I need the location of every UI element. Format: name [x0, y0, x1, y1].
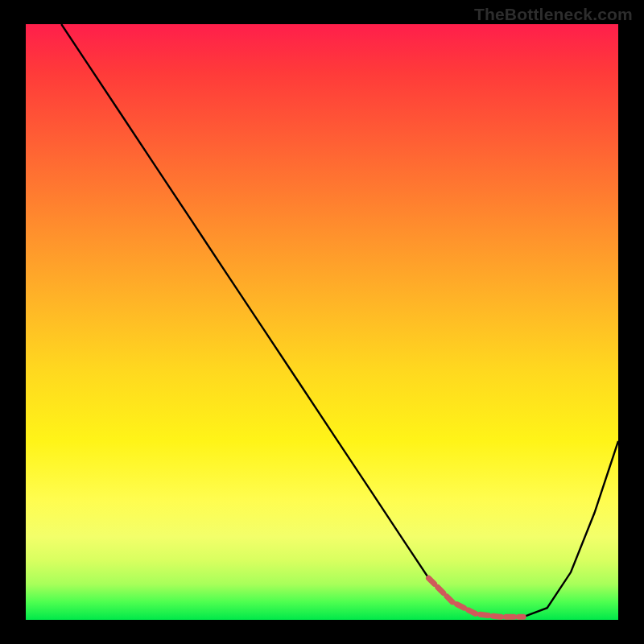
plot-area [26, 24, 618, 620]
bottleneck-curve [61, 24, 618, 617]
chart-frame: TheBottleneck.com [0, 0, 644, 644]
optimal-range-marker [429, 578, 524, 617]
line-chart-svg [26, 24, 618, 620]
branding-watermark: TheBottleneck.com [474, 5, 633, 24]
